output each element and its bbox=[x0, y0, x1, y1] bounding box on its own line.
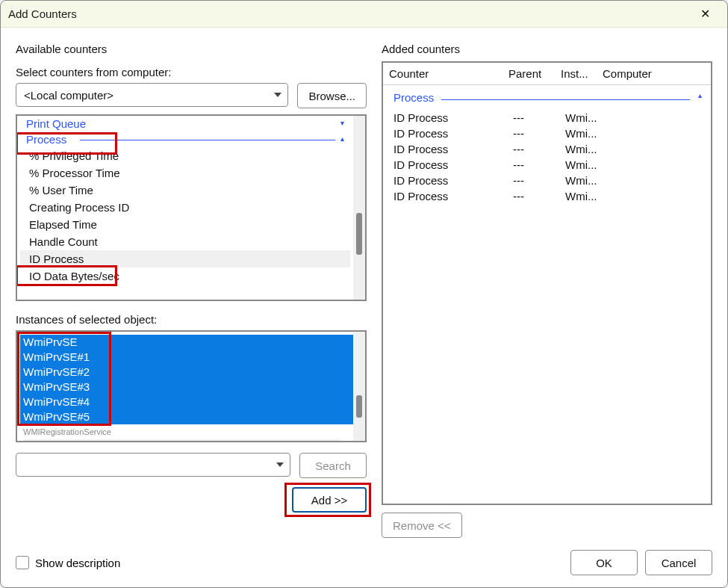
computer-combo[interactable]: <Local computer> bbox=[16, 83, 288, 107]
counter-category-list[interactable]: Print Queue Process % Privileged Time % … bbox=[16, 114, 367, 301]
chevron-down-icon bbox=[276, 462, 284, 467]
category-label: Process bbox=[26, 133, 66, 146]
table-header: Counter Parent Inst... Computer bbox=[383, 63, 711, 85]
table-row[interactable]: ID Process---Wmi... bbox=[389, 157, 705, 173]
counter-item[interactable]: IO Data Bytes/sec bbox=[20, 267, 350, 285]
scrollbar-thumb[interactable] bbox=[356, 213, 362, 255]
instances-list[interactable]: WmiPrvSE WmiPrvSE#1 WmiPrvSE#2 WmiPrvSE#… bbox=[16, 330, 367, 442]
remove-button-label: Remove << bbox=[393, 519, 451, 532]
table-row[interactable]: ID Process---Wmi... bbox=[389, 110, 705, 126]
cancel-button-label: Cancel bbox=[662, 557, 697, 569]
search-combo[interactable] bbox=[16, 453, 290, 477]
group-process[interactable]: Process ▴ bbox=[389, 88, 705, 110]
search-button[interactable]: Search bbox=[299, 453, 367, 478]
counter-item[interactable]: Elapsed Time bbox=[20, 216, 350, 233]
add-button[interactable]: Add >> bbox=[292, 487, 367, 513]
counter-item[interactable]: % User Time bbox=[20, 182, 350, 199]
browse-button[interactable]: Browse... bbox=[297, 83, 367, 108]
cancel-button[interactable]: Cancel bbox=[645, 550, 712, 575]
cell-counter: ID Process bbox=[393, 158, 513, 171]
counter-item[interactable]: Creating Process ID bbox=[20, 199, 350, 216]
vertical-scrollbar[interactable] bbox=[353, 116, 365, 300]
cell-counter: ID Process bbox=[393, 174, 513, 187]
category-process[interactable]: Process bbox=[20, 131, 350, 147]
counter-item-id-process[interactable]: ID Process bbox=[20, 250, 350, 267]
cell-parent: --- bbox=[513, 158, 565, 171]
instances-label: Instances of selected object: bbox=[16, 313, 367, 326]
header-parent[interactable]: Parent bbox=[508, 67, 561, 80]
horizontal-scrollbar[interactable] bbox=[23, 439, 341, 441]
cell-computer bbox=[607, 111, 705, 124]
close-button[interactable]: ✕ bbox=[690, 3, 720, 25]
cell-instance: Wmi... bbox=[565, 111, 607, 124]
add-counters-dialog: Add Counters ✕ Available counters Select… bbox=[0, 0, 728, 588]
category-label: Print Queue bbox=[26, 117, 86, 130]
cell-parent: --- bbox=[513, 190, 565, 202]
chevron-down-icon bbox=[274, 93, 281, 97]
show-description-label: Show description bbox=[35, 557, 120, 569]
instance-item-partial[interactable]: WMIRegistrationService bbox=[20, 424, 353, 439]
cell-instance: Wmi... bbox=[565, 190, 607, 202]
cell-parent: --- bbox=[513, 174, 565, 187]
computer-combo-value: <Local computer> bbox=[24, 89, 113, 102]
counter-item[interactable]: % Privileged Time bbox=[20, 147, 350, 164]
cell-computer bbox=[607, 174, 705, 187]
cell-instance: Wmi... bbox=[565, 143, 607, 155]
instance-item[interactable]: WmiPrvSE#2 bbox=[20, 365, 353, 380]
table-row[interactable]: ID Process---Wmi... bbox=[389, 188, 705, 204]
close-icon: ✕ bbox=[700, 7, 710, 21]
cell-computer bbox=[607, 158, 705, 171]
chevron-up-icon bbox=[340, 134, 344, 143]
header-computer[interactable]: Computer bbox=[603, 67, 705, 80]
table-row[interactable]: ID Process---Wmi... bbox=[389, 126, 705, 141]
instance-item[interactable]: WmiPrvSE bbox=[20, 335, 353, 350]
cell-counter: ID Process bbox=[393, 111, 513, 124]
header-counter[interactable]: Counter bbox=[389, 67, 508, 80]
instance-item[interactable]: WmiPrvSE#4 bbox=[20, 394, 353, 409]
chevron-up-icon: ▴ bbox=[698, 91, 702, 99]
search-button-label: Search bbox=[315, 459, 351, 472]
cell-parent: --- bbox=[513, 143, 565, 155]
titlebar: Add Counters ✕ bbox=[1, 1, 727, 28]
cell-counter: ID Process bbox=[393, 143, 513, 155]
available-counters-label: Available counters bbox=[16, 43, 367, 55]
counter-item[interactable]: Handle Count bbox=[20, 233, 350, 250]
cell-counter: ID Process bbox=[393, 127, 513, 140]
cell-parent: --- bbox=[513, 111, 565, 124]
table-row[interactable]: ID Process---Wmi... bbox=[389, 141, 705, 157]
header-instance[interactable]: Inst... bbox=[561, 67, 603, 80]
cell-instance: Wmi... bbox=[565, 174, 607, 187]
cell-counter: ID Process bbox=[393, 190, 513, 202]
ok-button[interactable]: OK bbox=[570, 550, 638, 575]
group-label: Process bbox=[393, 91, 434, 104]
browse-button-label: Browse... bbox=[308, 90, 355, 102]
ok-button-label: OK bbox=[596, 557, 612, 569]
show-description-checkbox[interactable] bbox=[16, 556, 29, 569]
table-row[interactable]: ID Process---Wmi... bbox=[389, 173, 705, 188]
instance-item[interactable]: WmiPrvSE#1 bbox=[20, 350, 353, 365]
cell-instance: Wmi... bbox=[565, 127, 607, 140]
remove-button[interactable]: Remove << bbox=[382, 513, 462, 538]
cell-instance: Wmi... bbox=[565, 158, 607, 171]
scrollbar-thumb[interactable] bbox=[356, 395, 362, 418]
instance-item[interactable]: WmiPrvSE#3 bbox=[20, 380, 353, 394]
cell-parent: --- bbox=[513, 127, 565, 140]
cell-computer bbox=[607, 127, 705, 140]
added-counters-table: Counter Parent Inst... Computer Process … bbox=[382, 61, 712, 505]
vertical-scrollbar[interactable] bbox=[353, 332, 365, 441]
category-print-queue[interactable]: Print Queue bbox=[20, 116, 350, 131]
cell-computer bbox=[607, 143, 705, 155]
counter-item[interactable]: % Processor Time bbox=[20, 164, 350, 182]
window-title: Add Counters bbox=[8, 7, 690, 20]
select-computer-label: Select counters from computer: bbox=[16, 66, 367, 78]
cell-computer bbox=[607, 190, 705, 202]
added-counters-label: Added counters bbox=[382, 43, 712, 55]
instance-item[interactable]: WmiPrvSE#5 bbox=[20, 409, 353, 424]
add-button-label: Add >> bbox=[311, 494, 347, 507]
chevron-down-icon bbox=[340, 119, 344, 127]
